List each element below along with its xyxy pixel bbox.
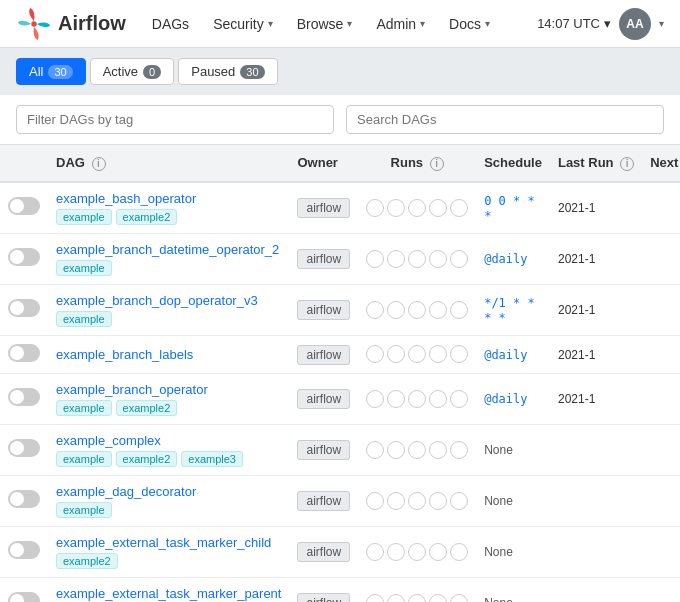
brand-name: Airflow	[58, 12, 126, 35]
dag-toggle[interactable]	[8, 248, 40, 266]
tab-all[interactable]: All 30	[16, 58, 86, 85]
info-icon[interactable]: i	[430, 157, 444, 171]
dag-lastrun-cell	[550, 475, 642, 526]
dag-toggle[interactable]	[8, 197, 40, 215]
dag-tag[interactable]: example2	[56, 553, 118, 569]
dag-toggle[interactable]	[8, 541, 40, 559]
nav-docs[interactable]: Docs ▾	[439, 0, 500, 48]
run-circle	[429, 390, 447, 408]
dag-name-link[interactable]: example_branch_dop_operator_v3	[56, 293, 258, 308]
dag-toggle[interactable]	[8, 592, 40, 602]
table-row: example_external_task_marker_parentexamp…	[0, 577, 680, 602]
nav-admin[interactable]: Admin ▾	[366, 0, 435, 48]
dag-tag[interactable]: example2	[116, 209, 178, 225]
dag-nextrun-cell	[642, 577, 680, 602]
run-circle	[366, 301, 384, 319]
dag-schedule-cell: None	[476, 424, 550, 475]
owner-badge: airflow	[297, 491, 350, 511]
run-circle	[429, 492, 447, 510]
user-avatar[interactable]: AA	[619, 8, 651, 40]
dag-tag[interactable]: example	[56, 502, 112, 518]
run-circle	[366, 543, 384, 561]
tag-filter-input[interactable]	[16, 105, 334, 134]
dag-owner-cell: airflow	[289, 373, 358, 424]
dag-toggle[interactable]	[8, 344, 40, 362]
run-circle	[450, 301, 468, 319]
dag-lastrun-cell	[550, 424, 642, 475]
dag-tags: example	[56, 260, 281, 276]
run-circles	[366, 250, 468, 268]
dag-tag[interactable]: example	[56, 451, 112, 467]
dag-lastrun-cell: 2021-1	[550, 233, 642, 284]
dag-toggle[interactable]	[8, 439, 40, 457]
owner-badge: airflow	[297, 198, 350, 218]
dag-schedule-cell: @daily	[476, 373, 550, 424]
table-row: example_external_task_marker_childexampl…	[0, 526, 680, 577]
run-circle	[429, 543, 447, 561]
dag-tag[interactable]: example3	[181, 451, 243, 467]
run-circle	[387, 543, 405, 561]
filter-bar: All 30 Active 0 Paused 30	[0, 48, 680, 95]
dag-nextrun-cell	[642, 475, 680, 526]
table-row: example_branch_dop_operator_v3exampleair…	[0, 284, 680, 335]
dag-name-cell: example_branch_labels	[48, 335, 289, 373]
run-circle	[366, 250, 384, 268]
col-header-lastrun[interactable]: Last Run i	[550, 145, 642, 182]
run-circle	[366, 345, 384, 363]
dag-toggle[interactable]	[8, 490, 40, 508]
col-header-dag[interactable]: DAG i	[48, 145, 289, 182]
dag-name-link[interactable]: example_branch_datetime_operator_2	[56, 242, 279, 257]
nav-browse[interactable]: Browse ▾	[287, 0, 363, 48]
nav-security[interactable]: Security ▾	[203, 0, 283, 48]
run-circle	[408, 199, 426, 217]
chevron-down-icon: ▾	[268, 18, 273, 29]
dag-tags: exampleexample2	[56, 209, 281, 225]
schedule-value: @daily	[484, 252, 527, 266]
dag-toggle[interactable]	[8, 299, 40, 317]
dag-tag[interactable]: example	[56, 260, 112, 276]
info-icon[interactable]: i	[92, 157, 106, 171]
run-circles	[366, 199, 468, 217]
tab-paused[interactable]: Paused 30	[178, 58, 277, 85]
run-circles	[366, 594, 468, 602]
dag-tag[interactable]: example2	[116, 400, 178, 416]
run-circles	[366, 441, 468, 459]
dag-table-container: DAG i Owner Runs i Schedule Last Run i N…	[0, 145, 680, 602]
brand[interactable]: Airflow	[16, 6, 126, 42]
run-circles	[366, 492, 468, 510]
col-header-runs[interactable]: Runs i	[358, 145, 476, 182]
dag-name-link[interactable]: example_bash_operator	[56, 191, 196, 206]
dag-toggle[interactable]	[8, 388, 40, 406]
dag-nextrun-cell	[642, 526, 680, 577]
run-circle	[429, 594, 447, 602]
dag-name-link[interactable]: example_external_task_marker_parent	[56, 586, 281, 601]
dag-name-link[interactable]: example_dag_decorator	[56, 484, 196, 499]
dag-toggle-cell	[0, 373, 48, 424]
dag-name-cell: example_dag_decoratorexample	[48, 475, 289, 526]
schedule-value: None	[484, 545, 513, 559]
chevron-down-icon: ▾	[347, 18, 352, 29]
dag-toggle-cell	[0, 284, 48, 335]
info-icon[interactable]: i	[620, 157, 634, 171]
dag-lastrun-cell: 2021-1	[550, 284, 642, 335]
dag-tag[interactable]: example	[56, 209, 112, 225]
run-circle	[450, 199, 468, 217]
run-circle	[429, 441, 447, 459]
dag-tag[interactable]: example	[56, 311, 112, 327]
nav-dags[interactable]: DAGs	[142, 0, 199, 48]
time-display[interactable]: 14:07 UTC ▾	[537, 16, 611, 31]
dag-name-cell: example_bash_operatorexampleexample2	[48, 182, 289, 234]
dag-name-link[interactable]: example_branch_labels	[56, 347, 193, 362]
dag-search-input[interactable]	[346, 105, 664, 134]
dag-name-link[interactable]: example_external_task_marker_child	[56, 535, 271, 550]
dag-tag[interactable]: example2	[116, 451, 178, 467]
dag-runs-cell	[358, 373, 476, 424]
dag-tag[interactable]: example	[56, 400, 112, 416]
dag-name-link[interactable]: example_branch_operator	[56, 382, 208, 397]
dag-owner-cell: airflow	[289, 475, 358, 526]
tab-active[interactable]: Active 0	[90, 58, 175, 85]
last-run-value: 2021-1	[558, 303, 595, 317]
schedule-value: 0 0 * * *	[484, 194, 535, 223]
last-run-value: 2021-1	[558, 392, 595, 406]
dag-name-link[interactable]: example_complex	[56, 433, 161, 448]
